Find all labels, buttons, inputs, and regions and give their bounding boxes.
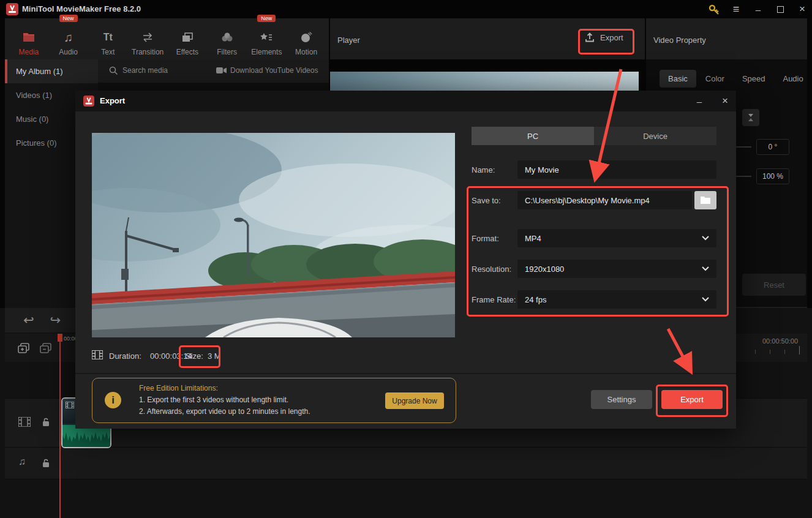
sidebar-videos-label: Videos (1) [16, 91, 52, 100]
frame-rate-select[interactable]: 24 fps [517, 290, 716, 309]
format-label: Format: [472, 234, 499, 243]
close-button[interactable]: × [794, 1, 811, 18]
player-header: Player Export [330, 18, 645, 59]
toolbar-text-label: Text [101, 48, 115, 56]
size-value: 3 M [208, 351, 221, 361]
format-select[interactable]: MP4 [517, 229, 716, 247]
toolbar-filters[interactable]: Filters [209, 22, 245, 56]
music-note-icon: ♫ [64, 29, 73, 45]
media-search-bar: Search media Download YouTube Videos [98, 59, 329, 83]
title-bar: MiniTool MovieMaker Free 8.2.0 ≡ – × [0, 0, 812, 18]
toolbar-text[interactable]: Tt Text [91, 22, 126, 56]
undo-icon[interactable]: ↩ [23, 313, 34, 328]
sidebar-pictures-label: Pictures (0) [16, 138, 56, 148]
download-youtube-button[interactable]: Download YouTube Videos [230, 66, 318, 75]
toolbar-audio[interactable]: New ♫ Audio [51, 22, 86, 56]
elements-star-icon [260, 29, 273, 45]
save-to-input[interactable]: C:\Users\bj\Desktop\My Movie.mp4 [517, 191, 692, 209]
audio-track-row: ♫ [5, 448, 807, 479]
sidebar-item-my-album[interactable]: My Album (1) [5, 59, 98, 83]
player-export-button[interactable]: Export [584, 32, 623, 43]
browse-folder-button[interactable] [694, 191, 716, 209]
tab-audio[interactable]: Audio [774, 70, 811, 88]
info-icon: i [105, 392, 121, 408]
sidebar-music-label: Music (0) [16, 114, 48, 124]
chevron-down-icon [702, 236, 709, 241]
toolbar-transition[interactable]: Transition [130, 22, 165, 56]
search-input[interactable]: Search media [122, 66, 168, 75]
elements-new-badge: New [257, 15, 276, 22]
dialog-export-button[interactable]: Export [661, 390, 723, 409]
license-key-button[interactable] [705, 1, 723, 20]
playhead-handle[interactable] [58, 334, 62, 342]
dialog-logo-icon [83, 96, 94, 107]
toolbar-filters-label: Filters [217, 48, 237, 56]
toolbar-audio-label: Audio [59, 48, 78, 56]
transition-arrows-icon [141, 29, 154, 45]
dialog-divider [75, 373, 736, 374]
text-icon: Tt [103, 29, 113, 45]
limitations-box: i Free Edition Limitations: 1. Export th… [92, 378, 456, 423]
export-dialog: Export – × [75, 91, 736, 429]
clip-film-icon [66, 402, 74, 408]
audio-track-lock-icon[interactable] [42, 459, 50, 468]
export-dialog-titlebar: Export – × [75, 91, 736, 111]
tab-device[interactable]: Device [594, 127, 716, 145]
effects-squares-icon [181, 29, 194, 45]
toolbar-media-label: Media [19, 48, 39, 56]
toolbar-effects[interactable]: Effects [170, 22, 205, 56]
video-property-tabs: Basic Color Speed Audio [660, 70, 812, 88]
limitations-line2: 2. Afterwards, export video up to 2 minu… [139, 407, 310, 416]
youtube-camera-icon [216, 66, 227, 75]
resolution-label: Resolution: [472, 265, 511, 274]
upload-icon [584, 32, 595, 43]
toolbar-motion[interactable]: Motion [288, 22, 324, 56]
resolution-value: 1920x1080 [525, 265, 564, 274]
toolbar-elements[interactable]: New Elements [249, 22, 285, 56]
maximize-icon [777, 6, 784, 13]
rotation-value[interactable]: 0 ° [756, 139, 789, 155]
filters-circles-icon [220, 29, 234, 45]
folder-icon [700, 196, 711, 205]
player-export-label: Export [600, 33, 623, 42]
frame-rate-label: Frame Rate: [472, 295, 516, 304]
toolbar-effects-label: Effects [176, 48, 198, 56]
tab-basic[interactable]: Basic [660, 70, 696, 88]
upgrade-now-button[interactable]: Upgrade Now [385, 392, 444, 409]
toolbar-media[interactable]: Media [11, 22, 47, 56]
toolbar-motion-label: Motion [295, 48, 317, 56]
toolbar-transition-label: Transition [132, 48, 164, 56]
scale-value[interactable]: 100 % [756, 168, 789, 184]
redo-icon[interactable]: ↪ [50, 313, 61, 328]
search-icon [109, 66, 118, 75]
settings-button[interactable]: Settings [591, 390, 652, 409]
name-input[interactable]: My Movie [517, 160, 716, 179]
export-dialog-title: Export [100, 96, 125, 105]
minimize-button[interactable]: – [750, 1, 767, 18]
flip-vertical-button[interactable] [742, 109, 759, 126]
tab-color[interactable]: Color [697, 70, 733, 88]
playhead-line[interactable] [59, 334, 61, 518]
menu-icon[interactable]: ≡ [727, 1, 745, 18]
maximize-button[interactable] [772, 1, 789, 18]
dialog-close-button[interactable]: × [716, 92, 734, 110]
add-track-icon[interactable] [17, 342, 31, 355]
dialog-minimize-button[interactable]: – [691, 92, 708, 110]
video-track-lock-icon[interactable] [42, 418, 50, 427]
ruler-timecode: 00:00:50:00 [762, 337, 798, 345]
tab-speed[interactable]: Speed [734, 70, 774, 88]
video-property-title: Video Property [653, 36, 706, 45]
window-title: MiniTool MovieMaker Free 8.2.0 [22, 4, 141, 13]
collapse-track-icon[interactable] [39, 342, 53, 355]
app-window: MiniTool MovieMaker Free 8.2.0 ≡ – × Med… [0, 0, 812, 518]
name-label: Name: [472, 165, 495, 175]
player-preview-strip [330, 72, 639, 93]
toolbar-elements-label: Elements [251, 48, 282, 56]
save-to-label: Save to: [472, 196, 501, 205]
sidebar-my-album-label: My Album (1) [16, 67, 63, 76]
motion-circle-icon [299, 29, 313, 45]
resolution-select[interactable]: 1920x1080 [517, 260, 716, 278]
tab-pc[interactable]: PC [472, 127, 594, 145]
export-target-tabs: PC Device [472, 127, 716, 145]
reset-button[interactable]: Reset [742, 274, 806, 296]
